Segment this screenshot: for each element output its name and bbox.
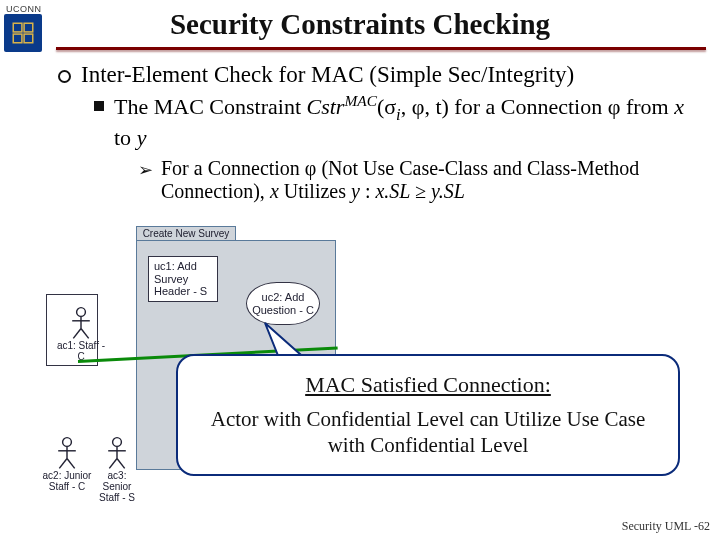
svg-point-14: [113, 438, 122, 447]
t: to: [114, 125, 137, 150]
svg-rect-1: [24, 23, 33, 32]
t: , φ, t) for a Connection φ from: [401, 94, 674, 119]
actor-ac3: ac3: Senior Staff - S: [92, 436, 142, 503]
content-area: Inter-Element Check for MAC (Simple Sec/…: [58, 62, 700, 203]
actor-ac2: ac2: Junior Staff - C: [42, 436, 92, 492]
sup: MAC: [344, 92, 377, 109]
callout-body: Actor with Confidential Level can Utiliz…: [192, 406, 664, 459]
t: x.SL ≥ y.SL: [375, 180, 465, 202]
stickman-icon: [106, 436, 128, 470]
svg-line-12: [59, 459, 67, 469]
svg-rect-2: [13, 34, 22, 43]
stickman-icon: [56, 436, 78, 470]
stickman-icon: [70, 306, 92, 340]
t: y: [351, 180, 360, 202]
logo-text: UCONN: [4, 4, 50, 14]
svg-rect-3: [24, 34, 33, 43]
t: Utilizes: [279, 180, 351, 202]
actor2-label: ac2: Junior Staff - C: [42, 470, 92, 492]
svg-line-13: [67, 459, 75, 469]
bullet-main-text: Inter-Element Check for MAC (Simple Sec/…: [81, 62, 574, 88]
bullet-level3: ➢ For a Connection φ (Not Use Case-Class…: [138, 157, 700, 203]
svg-point-9: [63, 438, 72, 447]
svg-rect-0: [13, 23, 22, 32]
callout-title-text: MAC Satisfied Connection:: [305, 372, 551, 397]
actor-ac1: ac1: Staff - C: [56, 306, 106, 362]
t: :: [360, 180, 376, 202]
page-title: Security Constraints Checking: [0, 0, 720, 41]
t: Cstr: [307, 94, 345, 119]
t: The MAC Constraint: [114, 94, 307, 119]
bullet-level2: The MAC Constraint CstrMAC(σi, φ, t) for…: [94, 92, 700, 151]
circle-bullet-icon: [58, 70, 71, 83]
bullet-level1: Inter-Element Check for MAC (Simple Sec/…: [58, 62, 700, 88]
t: y: [137, 125, 147, 150]
svg-point-4: [77, 308, 86, 317]
callout-box: MAC Satisfied Connection: Actor with Con…: [176, 354, 680, 476]
usecase-uc1: uc1: Add Survey Header - S: [148, 256, 218, 302]
t: x: [674, 94, 684, 119]
t: x: [270, 180, 279, 202]
bullet-sub1-text: The MAC Constraint CstrMAC(σi, φ, t) for…: [114, 92, 700, 151]
t: (σ: [377, 94, 396, 119]
square-bullet-icon: [94, 101, 104, 111]
svg-line-8: [81, 329, 89, 339]
bullet-sub2-text: For a Connection φ (Not Use Case-Class a…: [161, 157, 700, 203]
title-rule: [56, 47, 706, 50]
arrow-bullet-icon: ➢: [138, 159, 153, 203]
slide-footer: Security UML -62: [622, 519, 710, 534]
uconn-logo: UCONN: [4, 4, 50, 52]
callout-title: MAC Satisfied Connection:: [305, 372, 551, 398]
logo-icon: [4, 14, 42, 52]
svg-line-17: [109, 459, 117, 469]
svg-line-18: [117, 459, 125, 469]
svg-line-7: [73, 329, 81, 339]
actor3-label: ac3: Senior Staff - S: [92, 470, 142, 503]
package-label: Create New Survey: [136, 226, 236, 240]
